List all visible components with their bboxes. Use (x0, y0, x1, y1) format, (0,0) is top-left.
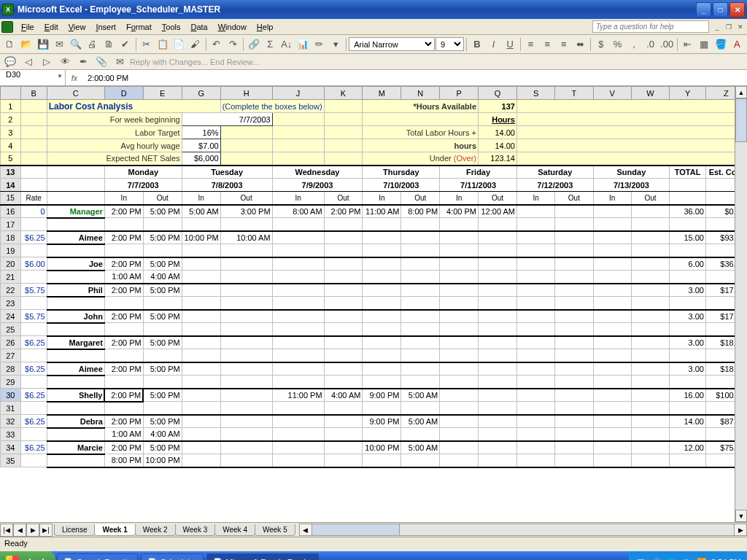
wage-input[interactable]: $7.00 (182, 139, 220, 152)
redo-icon[interactable]: ↷ (225, 36, 241, 52)
time-cell[interactable] (324, 244, 363, 257)
time-cell[interactable]: 10:00 PM (143, 454, 182, 467)
time-cell[interactable] (516, 402, 554, 415)
cell[interactable]: 7/12/2003 (516, 179, 593, 192)
time-cell[interactable] (182, 257, 220, 271)
total-cell[interactable]: 16.00 (670, 389, 706, 402)
time-cell[interactable] (440, 389, 479, 402)
cell[interactable]: Expected NET Sales (47, 152, 182, 166)
time-cell[interactable] (272, 454, 324, 467)
time-cell[interactable] (555, 402, 593, 415)
time-cell[interactable] (363, 428, 401, 441)
cell[interactable]: Under (Over) (363, 152, 479, 166)
time-cell[interactable] (220, 415, 272, 428)
time-cell[interactable] (182, 297, 220, 310)
minimize-button[interactable]: _ (696, 2, 711, 18)
row-header[interactable]: 2 (1, 113, 21, 126)
time-cell[interactable]: 5:00 PM (143, 310, 182, 323)
time-cell[interactable] (479, 441, 517, 454)
employee-name[interactable]: Manager (47, 205, 104, 218)
time-cell[interactable] (631, 218, 669, 231)
col-header-H[interactable]: H (220, 87, 272, 100)
row-header[interactable]: 35 (1, 454, 21, 467)
row-header[interactable]: 34 (1, 441, 21, 454)
col-header-S[interactable]: S (516, 87, 554, 100)
time-cell[interactable] (272, 441, 324, 454)
cell[interactable] (20, 271, 47, 284)
time-cell[interactable] (516, 336, 554, 349)
time-cell[interactable] (182, 284, 220, 297)
cell[interactable] (324, 139, 363, 152)
col-header-T[interactable]: T (555, 87, 593, 100)
menu-help[interactable]: Help (252, 21, 279, 33)
time-cell[interactable] (401, 244, 440, 257)
close-button[interactable]: ✕ (729, 2, 745, 18)
time-cell[interactable]: 10:00 PM (182, 231, 220, 244)
cell[interactable]: 7/7/2003 (104, 179, 182, 192)
time-cell[interactable] (479, 231, 517, 244)
menu-edit[interactable]: Edit (39, 21, 63, 33)
cell[interactable] (324, 152, 363, 166)
sheet-nav-next-icon[interactable]: ▶ (26, 524, 39, 537)
time-cell[interactable]: 2:00 PM (104, 257, 143, 271)
time-cell[interactable] (272, 284, 324, 297)
col-header-D[interactable]: D (104, 87, 143, 100)
time-cell[interactable] (555, 284, 593, 297)
time-cell[interactable] (143, 218, 182, 231)
rate-cell[interactable]: $6.25 (20, 389, 47, 402)
employee-name[interactable]: Aimee (47, 231, 104, 244)
time-cell[interactable] (220, 389, 272, 402)
cell[interactable] (670, 376, 706, 389)
cell[interactable] (670, 428, 706, 441)
time-cell[interactable] (555, 454, 593, 467)
rate-header[interactable]: Rate (20, 192, 47, 205)
cell[interactable] (670, 297, 706, 310)
time-cell[interactable]: 11:00 AM (363, 205, 401, 218)
row-header[interactable]: 22 (1, 284, 21, 297)
col-header-N[interactable]: N (401, 87, 440, 100)
cell[interactable]: Out (479, 192, 517, 205)
cell[interactable] (516, 100, 746, 113)
time-cell[interactable] (555, 244, 593, 257)
row-header[interactable]: 26 (1, 336, 21, 349)
align-left-icon[interactable]: ≡ (523, 36, 539, 52)
menu-file[interactable]: FFileile (16, 21, 39, 33)
time-cell[interactable] (182, 310, 220, 323)
time-cell[interactable] (593, 323, 631, 336)
scroll-up-icon[interactable]: ▲ (735, 86, 747, 98)
time-cell[interactable]: 2:00 PM (104, 284, 143, 297)
time-cell[interactable] (479, 336, 517, 349)
cell[interactable] (516, 152, 746, 166)
copy-icon[interactable]: 📋 (155, 36, 171, 52)
col-header-W[interactable]: W (631, 87, 669, 100)
sheet-tab[interactable]: Week 2 (135, 524, 176, 536)
time-cell[interactable] (440, 336, 479, 349)
time-cell[interactable] (324, 218, 363, 231)
time-cell[interactable] (104, 402, 143, 415)
time-cell[interactable] (516, 297, 554, 310)
taskbar-item[interactable]: 📄Scheduler (141, 553, 204, 560)
cell[interactable] (47, 349, 104, 362)
time-cell[interactable] (555, 415, 593, 428)
cell[interactable] (272, 152, 324, 166)
time-cell[interactable] (555, 349, 593, 362)
row-header[interactable]: 13 (1, 166, 21, 179)
increase-decimal-icon[interactable]: .0 (643, 36, 659, 52)
cell[interactable]: Out (143, 192, 182, 205)
time-cell[interactable] (220, 271, 272, 284)
cell[interactable] (20, 376, 47, 389)
menu-format[interactable]: Format (121, 21, 157, 33)
cell[interactable]: Out (324, 192, 363, 205)
time-cell[interactable] (182, 362, 220, 376)
cell[interactable] (20, 454, 47, 467)
time-cell[interactable]: 5:00 PM (143, 389, 182, 402)
time-cell[interactable]: 12:00 AM (479, 205, 517, 218)
time-cell[interactable] (220, 257, 272, 271)
total-cell[interactable]: 14.00 (670, 415, 706, 428)
time-cell[interactable] (272, 428, 324, 441)
employee-name[interactable]: Margaret (47, 336, 104, 349)
cell[interactable]: Total Labor Hours + (363, 126, 479, 139)
col-header-V[interactable]: V (593, 87, 631, 100)
time-cell[interactable]: 2:00 PM (104, 415, 143, 428)
time-cell[interactable] (363, 454, 401, 467)
